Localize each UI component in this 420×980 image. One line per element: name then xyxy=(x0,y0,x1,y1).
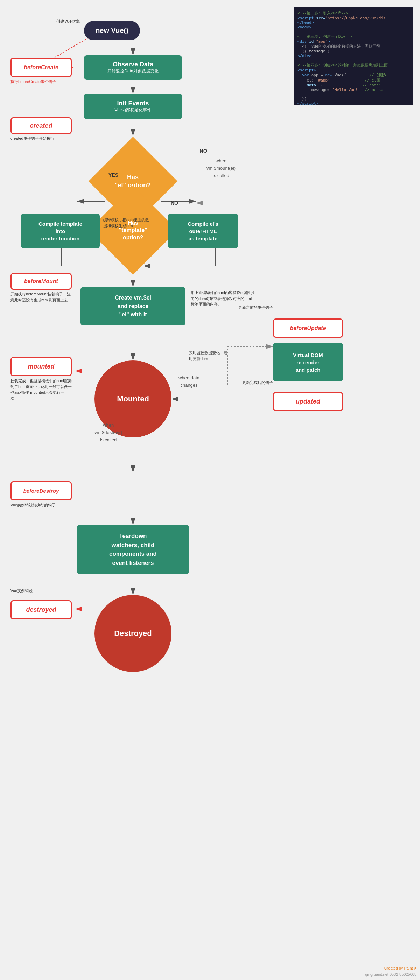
code-line-15: </script> xyxy=(298,101,409,105)
label-when-data-changes: when datachanges xyxy=(178,374,199,389)
label-yes-el: YES xyxy=(108,172,118,179)
code-line-14: }); xyxy=(298,97,409,101)
hook-before-update: beforeUpdate xyxy=(273,318,343,338)
node-compile-template: Compile templateintorender function xyxy=(21,213,100,248)
node-compile-outerhtml: Compile el'souterHTMLas template xyxy=(168,213,238,248)
hook-before-destroy-sub: Vue实例销毁前执行的钩子 xyxy=(11,502,72,508)
code-line-10: el: '#app', // el属 xyxy=(298,78,409,83)
code-line-3: <body> xyxy=(298,25,409,29)
label-vm-mount: whenvm.$mount(el)is called xyxy=(207,158,235,179)
code-line-6: {{ message }} xyxy=(298,49,409,54)
hook-created: created xyxy=(11,117,72,134)
hook-before-create: beforeCreate xyxy=(11,58,72,77)
code-line-4: <div id="app"> xyxy=(298,39,409,44)
code-comment-3: <!--第四步: 创建Vue的对象，并把数据绑定到上面 xyxy=(298,63,409,68)
hook-mounted-sub: 挂载完成，也就是模板中的html渲染到了html页面中，此时一般可以做一些aja… xyxy=(11,378,72,401)
diagram-container: <!--第二步: 引入Vue库--> <script src="https://… xyxy=(0,0,420,980)
code-comment-2: <!--第三步: 创建一个Div--> xyxy=(298,34,409,39)
hook-updated: updated xyxy=(273,392,343,411)
label-no-template: NO xyxy=(171,199,178,207)
annotation-realtime: 实时监控数据变化，随时更新dom xyxy=(189,350,231,361)
code-line-11: data: { // data: xyxy=(298,83,409,88)
watermark: qingruanit.net 0532-85025008 xyxy=(365,972,417,977)
label-when-destroy: whenvm.$destroy()is called xyxy=(94,422,122,444)
node-destroyed: Destroyed xyxy=(94,595,172,672)
annotation-compile: 编译模板，把data里面的数据和模板生成html xyxy=(103,217,152,229)
hook-before-destroy: beforeDestroy xyxy=(11,481,72,501)
code-line-5: <!--Vue的模板的绑定数据的方法，类似于很 xyxy=(298,44,409,49)
node-has-template: Has"template"option? xyxy=(88,185,178,276)
code-line-8: <script> xyxy=(298,68,409,72)
hook-before-create-sub: 执行beforeCreate事件钩子 xyxy=(11,79,72,85)
node-create-vm: Create vm.$eland replace"el" with it xyxy=(81,287,186,326)
hook-updated-sub: 更新完成后的钩子 xyxy=(231,380,273,386)
hook-destroyed-sub: Vue实例销毁 xyxy=(11,588,38,594)
hook-before-update-sub: 更新之前的事件钩子 xyxy=(231,304,273,310)
node-init-events: Init Events Vue内部初始化事件 xyxy=(84,94,182,119)
code-screenshot: <!--第二步: 引入Vue库--> <script src="https://… xyxy=(294,7,413,105)
code-line-2: </head> xyxy=(298,20,409,25)
node-observe-data: Observe Data 开始监控Data对象数据变化 xyxy=(84,55,182,80)
hook-mounted: mounted xyxy=(11,357,72,376)
code-line-7: </div> xyxy=(298,54,409,58)
code-line-12: message: 'Hello Vue!' // messa xyxy=(298,88,409,92)
code-line-9: var app = new Vue({ // 创建V xyxy=(298,72,409,78)
label-create-vue: 创建Vue对象 xyxy=(56,18,80,24)
hook-created-sub: created事件钩子开始执行 xyxy=(11,135,72,142)
node-new-vue: new Vue() xyxy=(84,21,140,40)
code-comment-1: <!--第二步: 引入Vue库--> xyxy=(298,11,409,16)
code-line-1: <script src="https://unpkg.com/vue/dis xyxy=(298,16,409,20)
hook-before-mount: beforeMount xyxy=(11,273,72,290)
hook-before-mount-sub: 开始执行beforeMount挂载钩子，注意此时还没有生成html到页面上去 xyxy=(11,291,72,303)
watermark2: Created by Paint X xyxy=(384,966,417,970)
node-virtual-dom: Virtual DOMre-renderand patch xyxy=(273,343,343,382)
hook-destroyed: destroyed xyxy=(11,600,72,619)
node-teardown: Teardownwatchers, childcomponents andeve… xyxy=(77,525,189,574)
label-no-el: NO xyxy=(199,147,208,155)
code-line-13: } xyxy=(298,92,409,97)
